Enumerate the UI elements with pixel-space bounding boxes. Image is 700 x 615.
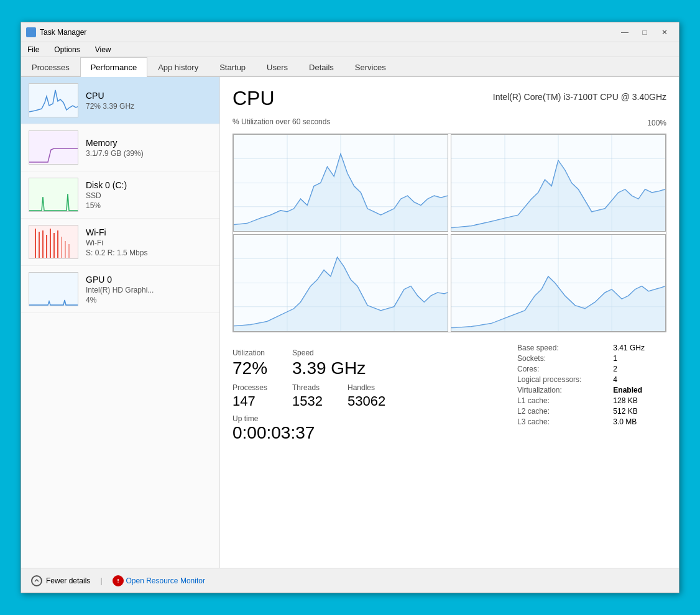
gpu-mini-thumbnail [29,272,78,306]
content-area: CPU 72% 3.39 GHz Memory 3.1/7.9 GB (39%) [21,77,679,568]
chart-label: % Utilization over 60 seconds [233,117,330,126]
threads-label: Threads [292,383,323,392]
tab-processes[interactable]: Processes [21,57,80,77]
disk-mini-thumbnail [29,178,78,212]
speed-value: 3.39 GHz [292,358,366,378]
fewer-details-button[interactable]: Fewer details [31,575,90,586]
disk-sidebar-name: Disk 0 (C:) [86,180,212,190]
cpu-header: CPU Intel(R) Core(TM) i3-7100T CPU @ 3.4… [233,87,666,110]
l3-label: L3 cache: [517,417,603,426]
memory-mini-thumbnail [29,130,78,165]
gpu-sidebar-name: GPU 0 [86,275,212,285]
utilization-value: 72% [233,358,267,378]
sidebar-item-disk[interactable]: Disk 0 (C:) SSD 15% [21,171,219,219]
handles-label: Handles [348,383,385,392]
svg-marker-34 [234,257,448,331]
maximize-button[interactable]: □ [635,26,654,39]
resource-monitor-button[interactable]: Open Resource Monitor [113,575,205,586]
l1-value: 128 KB [613,396,666,405]
title-bar: Task Manager — □ ✕ [21,22,679,42]
virtualization-label: Virtualization: [517,386,603,394]
tab-details[interactable]: Details [298,57,344,77]
l2-label: L2 cache: [517,407,603,416]
window-title: Task Manager [40,28,615,37]
utilization-group: Utilization 72% [233,348,267,378]
speed-group: Speed 3.39 GHz [292,348,366,378]
fewer-details-label: Fewer details [46,576,90,585]
sockets-label: Sockets: [517,354,603,363]
menu-file[interactable]: File [24,44,43,55]
cpu-chart-2 [233,234,448,332]
wifi-sidebar-detail1: Wi-Fi [86,239,212,247]
l2-value: 512 KB [613,407,666,416]
cpu-chart-3 [451,234,666,332]
logical-value: 4 [613,375,666,384]
uptime-section: Up time 0:00:03:37 [233,414,505,443]
resource-monitor-label: Open Resource Monitor [126,576,205,585]
sidebar-item-cpu[interactable]: CPU 72% 3.39 GHz [21,77,219,124]
svg-rect-1 [32,29,35,32]
tab-users[interactable]: Users [256,57,298,77]
close-button[interactable]: ✕ [655,26,674,39]
uptime-value: 0:00:03:37 [233,423,315,442]
footer: Fewer details | Open Resource Monitor [21,568,679,593]
cores-value: 2 [613,365,666,373]
tab-performance[interactable]: Performance [80,57,147,77]
task-manager-window: Task Manager — □ ✕ File Options View Pro… [21,22,679,593]
footer-divider: | [100,576,102,585]
app-icon [26,27,36,37]
sidebar-item-gpu[interactable]: GPU 0 Intel(R) HD Graphi... 4% [21,266,219,313]
svg-marker-20 [234,154,448,231]
tab-startup[interactable]: Startup [209,57,256,77]
sockets-value: 1 [613,354,666,363]
resource-monitor-icon [113,575,124,586]
cpu-chart-0 [233,134,448,232]
main-panel: CPU Intel(R) Core(TM) i3-7100T CPU @ 3.4… [220,77,679,568]
cpu-mini-thumbnail [29,83,78,117]
threads-group: Threads 1532 [292,383,323,409]
minimize-button[interactable]: — [615,26,634,39]
handles-group: Handles 53062 [348,383,385,409]
logical-label: Logical processors: [517,375,603,384]
cpu-model: Intel(R) Core(TM) i3-7100T CPU @ 3.40GHz [493,92,666,102]
l3-value: 3.0 MB [613,417,666,426]
cpu-sidebar-detail: 72% 3.39 GHz [86,102,212,111]
menu-options[interactable]: Options [50,44,83,55]
tab-bar: Processes Performance App history Startu… [21,57,679,77]
sidebar: CPU 72% 3.39 GHz Memory 3.1/7.9 GB (39%) [21,77,220,568]
disk-sidebar-detail1: SSD [86,191,212,200]
gpu-sidebar-detail2: 4% [86,296,212,304]
tab-app-history[interactable]: App history [147,57,209,77]
sidebar-item-wifi[interactable]: Wi-Fi Wi-Fi S: 0.2 R: 1.5 Mbps [21,219,219,266]
cpu-title: CPU [233,87,275,110]
gpu-sidebar-detail1: Intel(R) HD Graphi... [86,286,212,294]
svg-marker-27 [451,160,665,231]
disk-sidebar-detail2: 15% [86,201,212,210]
chart-max: 100% [647,119,666,127]
cpu-sidebar-info: CPU 72% 3.39 GHz [86,91,212,111]
handles-value: 53062 [348,393,385,409]
cores-label: Cores: [517,365,603,373]
cpu-sidebar-name: CPU [86,91,212,101]
tab-services[interactable]: Services [344,57,397,77]
cpu-charts-grid [233,134,666,332]
main-stats-row: Utilization 72% Speed 3.39 GHz [233,348,505,378]
cpu-chart-1 [451,134,666,232]
fewer-details-icon [31,575,42,586]
memory-sidebar-info: Memory 3.1/7.9 GB (39%) [86,138,212,158]
wifi-sidebar-detail2: S: 0.2 R: 1.5 Mbps [86,248,212,257]
threads-value: 1532 [292,393,323,409]
base-speed-value: 3.41 GHz [613,344,666,352]
speed-label: Speed [292,348,366,357]
processes-label: Processes [233,383,267,392]
svg-rect-3 [32,33,35,36]
l1-label: L1 cache: [517,396,603,405]
menu-bar: File Options View [21,42,679,57]
memory-sidebar-detail: 3.1/7.9 GB (39%) [86,149,212,158]
sidebar-item-memory[interactable]: Memory 3.1/7.9 GB (39%) [21,124,219,171]
svg-point-43 [117,581,119,583]
memory-sidebar-name: Memory [86,138,212,148]
menu-view[interactable]: View [91,44,115,55]
svg-rect-0 [27,29,30,32]
secondary-stats-row: Processes 147 Threads 1532 Handles 53062 [233,383,505,409]
